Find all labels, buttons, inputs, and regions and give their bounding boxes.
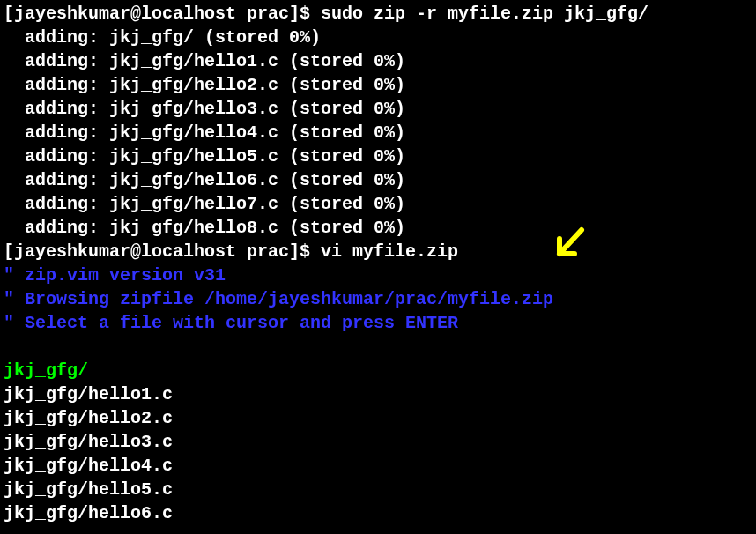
prompt-line-2[interactable]: [jayeshkumar@localhost prac]$ vi myfile.… bbox=[4, 240, 752, 263]
dir-entry[interactable]: jkj_gfg/ bbox=[4, 359, 752, 382]
zip-output-line: adding: jkj_gfg/hello1.c (stored 0%) bbox=[4, 49, 752, 73]
file-entry[interactable]: jkj_gfg/hello1.c bbox=[4, 382, 752, 406]
zip-output-line: adding: jkj_gfg/hello8.c (stored 0%) bbox=[4, 216, 752, 240]
file-entry[interactable]: jkj_gfg/hello6.c bbox=[4, 501, 752, 525]
file-entry[interactable]: jkj_gfg/hello4.c bbox=[4, 454, 752, 478]
zip-output-line: adding: jkj_gfg/hello4.c (stored 0%) bbox=[4, 121, 752, 145]
zip-output-line: adding: jkj_gfg/hello6.c (stored 0%) bbox=[4, 168, 752, 192]
vim-header-line: " zip.vim version v31 bbox=[4, 263, 752, 287]
zip-output-line: adding: jkj_gfg/hello7.c (stored 0%) bbox=[4, 192, 752, 216]
zip-output-line: adding: jkj_gfg/hello5.c (stored 0%) bbox=[4, 145, 752, 168]
prompt-line-1[interactable]: [jayeshkumar@localhost prac]$ sudo zip -… bbox=[4, 2, 752, 26]
file-entry[interactable]: jkj_gfg/hello3.c bbox=[4, 430, 752, 454]
file-entry[interactable]: jkj_gfg/hello2.c bbox=[4, 406, 752, 430]
command-2: vi myfile.zip bbox=[321, 241, 458, 262]
command-1: sudo zip -r myfile.zip jkj_gfg/ bbox=[321, 4, 649, 24]
vim-header-line: " Browsing zipfile /home/jayeshkumar/pra… bbox=[4, 287, 752, 311]
zip-output-line: adding: jkj_gfg/hello2.c (stored 0%) bbox=[4, 73, 752, 97]
zip-output-line: adding: jkj_gfg/ (stored 0%) bbox=[4, 26, 752, 49]
blank-line bbox=[4, 335, 752, 359]
file-entry[interactable]: jkj_gfg/hello5.c bbox=[4, 478, 752, 501]
vim-header-line: " Select a file with cursor and press EN… bbox=[4, 311, 752, 335]
prompt-1: [jayeshkumar@localhost prac]$ bbox=[4, 4, 321, 24]
zip-output-line: adding: jkj_gfg/hello3.c (stored 0%) bbox=[4, 97, 752, 121]
prompt-2: [jayeshkumar@localhost prac]$ bbox=[4, 241, 321, 262]
